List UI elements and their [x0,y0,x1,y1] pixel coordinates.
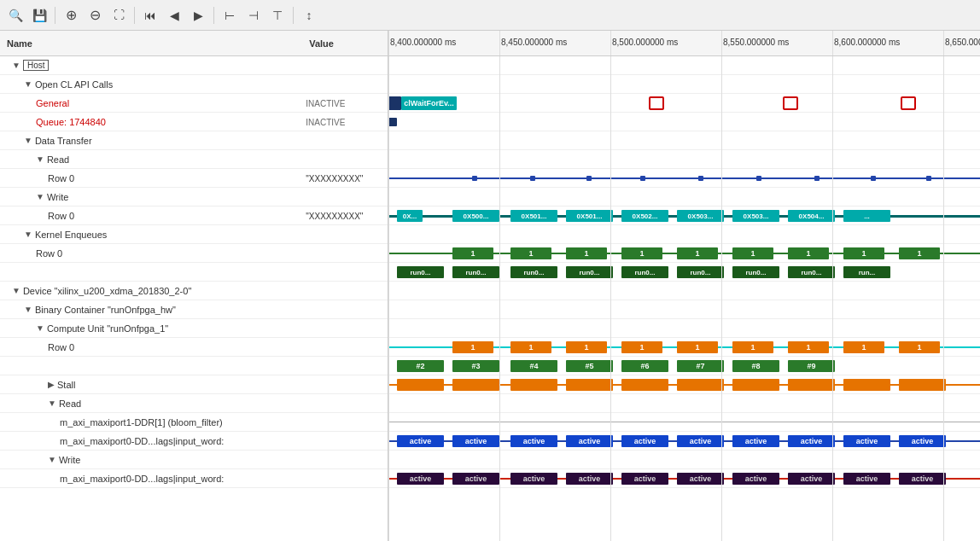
seg-w6[interactable]: 0X503... [677,210,724,222]
search-button[interactable]: 🔍 [5,5,26,26]
host-label[interactable]: ▼ Host [0,60,302,71]
timeline-body[interactable]: clWaitForEv... [388,56,980,541]
seg-w8[interactable]: 0X504... [788,210,835,222]
seg-dark-active8[interactable]: active [788,473,835,485]
seg-cu-green2[interactable]: #3 [452,360,499,372]
seg-k2[interactable]: 1 [510,247,551,259]
tree-row-read2[interactable]: ▼ Read [0,394,388,413]
seg-active5[interactable]: active [621,435,668,447]
nav-next-button[interactable]: ▶ [188,5,208,26]
seg-k7[interactable]: 1 [788,247,829,259]
device-toggle[interactable]: ▼ [12,286,20,295]
read2-label[interactable]: ▼ Read [0,398,302,409]
seg-k4[interactable]: 1 [621,247,662,259]
seg-active2[interactable]: active [452,435,499,447]
tree-row-general[interactable]: General INACTIVE [0,94,388,113]
zoom-in-button[interactable]: ⊕ [61,5,81,26]
seg-dark-active9[interactable]: active [843,473,890,485]
save-button[interactable]: 💾 [29,5,50,26]
seg-k8[interactable]: 1 [843,247,884,259]
zoom-out-button[interactable]: ⊖ [85,5,105,26]
seg-active10[interactable]: active [899,435,946,447]
seg-dark-active1[interactable]: active [397,473,444,485]
seg-dark-active5[interactable]: active [621,473,668,485]
seg-cu-green4[interactable]: #5 [566,360,613,372]
seg-active9[interactable]: active [843,435,890,447]
seg-dark-active4[interactable]: active [566,473,613,485]
write-toggle[interactable]: ▼ [36,192,44,201]
seg-clwait[interactable]: clWaitForEv... [401,96,457,110]
nav-first-button[interactable]: ⏮ [140,5,160,26]
seg-cu8[interactable]: 1 [843,341,884,353]
opencl-toggle[interactable]: ▼ [24,79,32,89]
seg-w1[interactable]: 0X... [397,210,423,222]
seg-cu-green3[interactable]: #4 [510,360,557,372]
seg-run9[interactable]: run... [843,266,890,278]
write2-label[interactable]: ▼ Write [0,455,302,465]
seg-cu-green7[interactable]: #8 [732,360,779,372]
seg-cu9[interactable]: 1 [899,341,940,353]
host-toggle[interactable]: ▼ [12,61,20,70]
binary-label[interactable]: ▼ Binary Container "runOnfpga_hw" [0,305,302,315]
seg-dark-active2[interactable]: active [452,473,499,485]
seg-run8[interactable]: run0... [788,266,835,278]
seg-cu3[interactable]: 1 [566,341,607,353]
seg-k3[interactable]: 1 [566,247,607,259]
seg-active6[interactable]: active [677,435,724,447]
seg-cu-green5[interactable]: #6 [621,360,668,372]
seg-run6[interactable]: run0... [677,266,724,278]
seg-active1[interactable]: active [397,435,444,447]
seg-dark-active3[interactable]: active [510,473,557,485]
seg-w4[interactable]: 0X501... [566,210,613,222]
kernelenq-label[interactable]: ▼ Kernel Enqueues [0,230,302,240]
seg-run2[interactable]: run0... [452,266,499,278]
seg-dark-active6[interactable]: active [677,473,724,485]
seg-cu4[interactable]: 1 [621,341,662,353]
tree-row-cu-1[interactable]: Row 0 [0,338,388,357]
tree-row-write[interactable]: ▼ Write [0,188,388,207]
seg-dark-active7[interactable]: active [732,473,779,485]
seg-w5[interactable]: 0X502... [621,210,668,222]
seg-active8[interactable]: active [788,435,835,447]
kernelenq-toggle[interactable]: ▼ [24,230,32,239]
fit-button[interactable]: ⛶ [108,5,129,26]
read2-toggle[interactable]: ▼ [48,398,56,408]
datatransfer-label[interactable]: ▼ Data Transfer [0,136,302,146]
binary-toggle[interactable]: ▼ [24,305,32,314]
seg-run7[interactable]: run0... [732,266,779,278]
timeline-panel[interactable]: 8,400.000000 ms 8,450.000000 ms 8,500.00… [388,31,980,541]
seg-cu-green8[interactable]: #9 [788,360,835,372]
seg-run5[interactable]: run0... [621,266,668,278]
device-label[interactable]: ▼ Device "xilinx_u200_xdma_201830_2-0" [0,286,302,296]
tree-row-stall[interactable]: ▶ Stall [0,375,388,394]
seg-active4[interactable]: active [566,435,613,447]
seg-w3[interactable]: 0X501... [510,210,557,222]
seg-w7[interactable]: 0X503... [732,210,779,222]
read-label[interactable]: ▼ Read [0,154,302,165]
seg-cu-green6[interactable]: #7 [677,360,724,372]
tree-row-host[interactable]: ▼ Host [0,56,388,75]
tree-row-opencl[interactable]: ▼ Open CL API Calls [0,75,388,94]
seg-w9[interactable]: ... [843,210,890,222]
opencl-label[interactable]: ▼ Open CL API Calls [0,79,302,90]
tree-row-m-axi0w[interactable]: m_axi_maxiport0-DD...lags|input_word: [0,469,388,488]
read-toggle[interactable]: ▼ [36,154,44,164]
tree-row-binary[interactable]: ▼ Binary Container "runOnfpga_hw" [0,300,388,319]
tree-row-device[interactable]: ▼ Device "xilinx_u200_xdma_201830_2-0" [0,282,388,300]
seg-dark-active10[interactable]: active [899,473,946,485]
tree-row-write2[interactable]: ▼ Write [0,451,388,469]
seg-k5[interactable]: 1 [677,247,718,259]
computeunit-label[interactable]: ▼ Compute Unit "runOnfpga_1" [0,323,302,334]
tree-row-queue[interactable]: Queue: 1744840 INACTIVE [0,113,388,131]
marker-left-button[interactable]: ⊢ [219,5,240,26]
write-label[interactable]: ▼ Write [0,192,302,202]
stall-toggle[interactable]: ▶ [48,380,55,389]
tree-row-row0-write[interactable]: Row 0 "XXXXXXXXX" [0,207,388,225]
seg-cu-green1[interactable]: #2 [397,360,444,372]
seg-cu1[interactable]: 1 [452,341,493,353]
write2-toggle[interactable]: ▼ [48,455,56,464]
expand-button[interactable]: ↕ [299,5,319,26]
seg-run1[interactable]: run0... [397,266,444,278]
seg-active3[interactable]: active [510,435,557,447]
seg-cu2[interactable]: 1 [510,341,551,353]
